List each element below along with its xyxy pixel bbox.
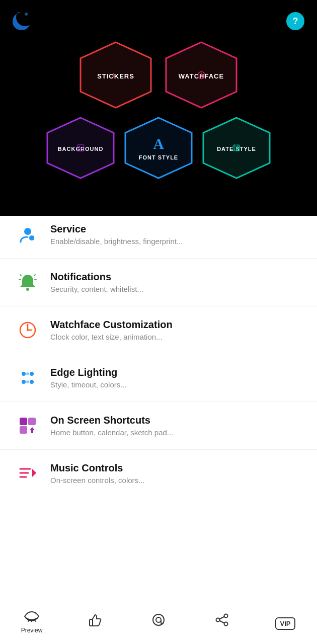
notifications-title: Notifications xyxy=(50,271,302,283)
svg-line-47 xyxy=(35,619,35,621)
watchface-customization-icon xyxy=(15,317,40,343)
svg-point-32 xyxy=(22,372,26,376)
eye-icon xyxy=(24,610,40,625)
edge-lighting-subtitle: Style, timeout, colors... xyxy=(50,380,302,389)
svg-rect-39 xyxy=(28,418,36,425)
hex-date-style[interactable]: DATE STYLE xyxy=(200,115,273,181)
settings-item-notifications[interactable]: Notifications Security, content, whiteli… xyxy=(0,259,317,306)
shortcuts-text: On Screen Shortcuts Home button, calenda… xyxy=(50,415,302,437)
svg-point-37 xyxy=(26,380,29,383)
music-controls-text: Music Controls On-screen controls, color… xyxy=(50,462,302,485)
hex-row-1: STICKERS WATCHFACE xyxy=(0,40,317,110)
help-icon[interactable]: ? xyxy=(284,10,307,35)
svg-text:?: ? xyxy=(293,16,298,26)
svg-rect-19 xyxy=(236,148,237,149)
svg-line-55 xyxy=(219,621,224,623)
music-controls-icon xyxy=(15,461,40,486)
shortcuts-title: On Screen Shortcuts xyxy=(50,415,302,426)
settings-section: Service Enable/disable, brightness, fing… xyxy=(0,201,317,603)
svg-rect-20 xyxy=(238,148,239,149)
at-icon xyxy=(151,613,166,630)
svg-point-51 xyxy=(224,614,228,618)
watchface-customization-text: Watchface Customization Clock color, tex… xyxy=(50,319,302,341)
share-icon xyxy=(215,613,229,630)
settings-item-edge-lighting[interactable]: Edge Lighting Style, timeout, colors... xyxy=(0,354,317,402)
moon-icon[interactable] xyxy=(10,10,33,35)
svg-point-35 xyxy=(30,380,34,384)
svg-point-50 xyxy=(156,617,161,622)
svg-point-23 xyxy=(24,228,31,235)
edge-lighting-text: Edge Lighting Style, timeout, colors... xyxy=(50,367,302,389)
music-controls-title: Music Controls xyxy=(50,462,302,474)
nav-preview[interactable]: Preview xyxy=(0,610,63,634)
service-text: Service Enable/disable, brightness, fing… xyxy=(50,223,302,246)
watchface-customization-subtitle: Clock color, text size, animation... xyxy=(50,333,302,341)
preview-label: Preview xyxy=(21,627,43,634)
settings-item-watchface[interactable]: Watchface Customization Clock color, tex… xyxy=(0,306,317,354)
svg-point-33 xyxy=(30,372,34,376)
nav-share[interactable] xyxy=(190,613,254,630)
svg-rect-22 xyxy=(236,149,237,150)
settings-item-music[interactable]: Music Controls On-screen controls, color… xyxy=(0,450,317,497)
top-header: ? xyxy=(0,0,317,35)
svg-point-53 xyxy=(216,618,220,622)
edge-lighting-icon xyxy=(15,365,40,390)
vip-icon: VIP xyxy=(275,614,296,629)
hex-watchface[interactable]: WATCHFACE xyxy=(161,40,242,110)
nav-like[interactable] xyxy=(63,613,127,630)
service-subtitle: Enable/disable, brightness, fingerprint.… xyxy=(50,237,302,246)
svg-line-54 xyxy=(219,617,224,619)
svg-rect-48 xyxy=(90,619,93,626)
svg-point-52 xyxy=(224,622,228,626)
svg-rect-38 xyxy=(20,418,27,425)
svg-rect-21 xyxy=(234,149,235,150)
hex-background[interactable]: BACKGROUND xyxy=(44,115,117,181)
hex-row-2: BACKGROUND A FONT STYLE xyxy=(0,115,317,181)
hex-font-style[interactable]: A FONT STYLE xyxy=(122,115,195,181)
settings-item-shortcuts[interactable]: On Screen Shortcuts Home button, calenda… xyxy=(0,402,317,450)
shortcuts-icon xyxy=(15,413,40,438)
notifications-subtitle: Security, content, whitelist... xyxy=(50,285,302,293)
svg-point-36 xyxy=(26,372,29,375)
font-style-label: FONT STYLE xyxy=(139,154,178,160)
svg-line-45 xyxy=(28,619,29,621)
nav-vip[interactable]: VIP xyxy=(254,614,317,629)
music-controls-subtitle: On-screen controls, colors... xyxy=(50,476,302,485)
notifications-text: Notifications Security, content, whiteli… xyxy=(50,271,302,293)
svg-point-31 xyxy=(27,329,29,331)
svg-rect-40 xyxy=(20,426,27,434)
edge-lighting-title: Edge Lighting xyxy=(50,367,302,378)
shortcuts-subtitle: Home button, calendar, sketch pad... xyxy=(50,428,302,437)
watchface-customization-title: Watchface Customization xyxy=(50,319,302,331)
svg-point-34 xyxy=(22,380,26,384)
service-title: Service xyxy=(50,223,302,235)
svg-point-0 xyxy=(25,13,28,16)
settings-item-service[interactable]: Service Enable/disable, brightness, fing… xyxy=(0,211,317,259)
notifications-icon xyxy=(15,270,40,295)
svg-rect-18 xyxy=(234,148,235,149)
svg-marker-44 xyxy=(32,469,36,477)
bottom-nav: Preview xyxy=(0,599,317,644)
nav-at[interactable] xyxy=(127,613,190,630)
hex-stickers[interactable]: STICKERS xyxy=(75,40,156,110)
hex-section: STICKERS WATCHFACE xyxy=(0,35,317,216)
thumbs-up-icon xyxy=(88,613,102,630)
svg-point-27 xyxy=(26,288,29,291)
service-icon xyxy=(15,222,40,247)
svg-point-10 xyxy=(78,146,80,147)
